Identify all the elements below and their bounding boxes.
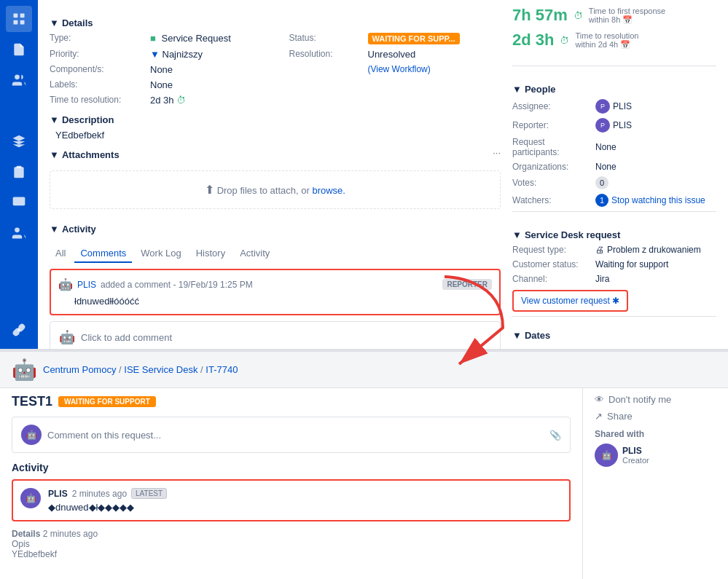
tab-all[interactable]: All [50,245,71,263]
labels-label: Labels: [50,79,144,90]
shared-with-label: Shared with [595,429,716,439]
sd-details-time: 2 minutes ago [43,529,98,539]
nav-icon-apps[interactable] [6,6,32,32]
channel-value: Jira [595,274,716,284]
people-label: People [525,84,556,95]
svg-rect-1 [20,14,25,18]
dont-notify-link[interactable]: 👁 Don't notify me [595,394,716,405]
nav-icon-document[interactable] [6,36,32,63]
time-resolution-label: Time to resolution: [50,95,144,105]
sla-item-1: 7h 57m ⏱ Time to first response within 8… [512,6,716,25]
workflow-link[interactable]: (View Workflow) [368,64,501,74]
reporter-label: Reporter: [512,120,592,130]
attachments-section: ▼ Attachments ··· ⬆ Drop files to attach… [50,141,501,209]
description-header[interactable]: ▼ Description [50,106,501,130]
tab-history[interactable]: History [190,245,231,263]
comment-action: added a comment - 19/Feb/19 1:25 PM [101,280,253,290]
customer-status-label: Customer status: [512,259,592,269]
priority-label: Priority: [50,49,144,59]
main-content: ▼ Details Type: ■ Service Request Status… [38,0,728,349]
bottom-panel: 🤖 Centrum Pomocy / ISE Service Desk / IT… [0,350,728,579]
breadcrumb-centrum[interactable]: Centrum Pomocy [43,364,116,375]
description-label: Description [62,114,114,125]
detail-grid: Type: ■ Service Request Status: WAITING … [50,33,501,106]
comment-text: łdnuwedłłóóóćć [58,296,492,307]
assignee-value: P PLIS [595,99,716,114]
votes-badge: 0 [595,176,608,189]
details-label: Details [62,17,93,28]
sla-sub-1: within 8h 📅 [589,15,665,25]
time-resolution-value: 2d 3h ⏱ [150,95,283,106]
dates-header[interactable]: ▼ Dates [512,321,716,345]
channel-label: Channel: [512,274,592,284]
sd-details-field: Opis [12,539,571,549]
comment-input-box[interactable]: 🤖 Comment on this request... 📎 [12,417,571,453]
sd-comment-avatar: 🤖 [20,488,41,508]
view-customer-btn[interactable]: View customer request ✱ [512,290,628,312]
breadcrumb-ticket[interactable]: IT-7740 [206,364,238,375]
upload-icon: ⬆ [205,184,214,196]
description-text: YEdbefbekf [50,130,501,141]
dates-label: Dates [525,330,550,341]
comment-placeholder: Comment on this request... [47,430,544,441]
attachments-header: ▼ Attachments ··· [50,141,501,165]
tab-comments[interactable]: Comments [74,245,132,263]
nav-icon-people[interactable] [6,67,32,93]
svg-rect-9 [17,166,22,168]
activity-header[interactable]: ▼ Activity [50,215,501,239]
details-header[interactable]: ▼ Details [50,9,501,33]
request-type-label: Request type: [512,245,592,255]
attachments-section-header[interactable]: ▼ Attachments [50,141,125,165]
people-header[interactable]: ▼ People [512,75,716,99]
reporter-badge: REPORTER [442,279,492,290]
sd-request-header[interactable]: ▼ Service Desk request [512,221,716,245]
sd-body: TEST1 WAITING FOR SUPPORT 🤖 Comment on t… [0,388,728,579]
nav-icon-link[interactable] [6,317,32,343]
dates-chevron: ▼ [512,330,522,341]
sd-title-text: TEST1 [12,394,52,409]
votes-label: Votes: [512,178,592,188]
sd-details-entry: Details 2 minutes ago Opis YEdbefbekf [12,529,571,559]
attachments-more[interactable]: ··· [493,147,501,158]
add-comment-box[interactable]: 🤖 Click to add comment [50,321,501,349]
resolution-label: Resolution: [289,49,362,59]
comment-input-avatar: 🤖 [21,425,42,445]
tab-worklog[interactable]: Work Log [135,245,187,263]
divider-3 [512,316,716,317]
add-comment-placeholder: Click to add comment [81,332,172,343]
top-panel: ▼ Details Type: ■ Service Request Status… [0,0,728,350]
status-label: Status: [289,33,362,43]
request-participants-value: None [595,142,716,152]
waiting-badge: WAITING FOR SUPPORT [58,396,156,407]
browse-link[interactable]: browse. [312,185,345,196]
sd-sidebar: 👁 Don't notify me ↗ Share Shared with 🤖 … [582,388,728,579]
nav-icon-layers[interactable] [6,128,32,154]
sd-comment-author: PLIS [48,489,68,499]
comment-header: 🤖 PLIS added a comment - 19/Feb/19 1:25 … [58,277,492,291]
nav-icon-chart[interactable] [6,98,32,124]
watcher-count: 1 [595,194,608,207]
nav-icon-user-group[interactable] [6,220,32,246]
attachment-icon[interactable]: 📎 [549,430,561,441]
share-link[interactable]: ↗ Share [595,411,716,422]
divider-2 [512,211,716,212]
svg-rect-3 [20,20,25,25]
watch-link[interactable]: Stop watching this issue [611,195,705,205]
shared-user: 🤖 PLIS Creator [595,444,716,467]
breadcrumb-ise[interactable]: ISE Service Desk [124,364,197,375]
right-column: 7h 57m ⏱ Time to first response within 8… [512,0,716,337]
type-value: ■ Service Request [150,33,283,44]
nav-icon-desktop[interactable] [6,189,32,216]
sla-desc-text-1: Time to first response [589,7,665,15]
comment-box: 🤖 PLIS added a comment - 19/Feb/19 1:25 … [50,269,501,315]
request-type-icon: 🖨 [595,245,604,255]
nav-icon-clipboard[interactable] [6,159,32,185]
sd-label: Service Desk request [525,229,621,240]
dont-notify-label: Don't notify me [608,394,671,405]
component-value: None [150,64,283,75]
attachments-drop-zone[interactable]: ⬆ Drop files to attach, or browse. [50,170,501,209]
request-participants-label: Request participants: [512,137,592,157]
organizations-label: Organizations: [512,162,592,172]
sidebar-nav [0,0,38,349]
tab-activity[interactable]: Activity [234,245,275,263]
